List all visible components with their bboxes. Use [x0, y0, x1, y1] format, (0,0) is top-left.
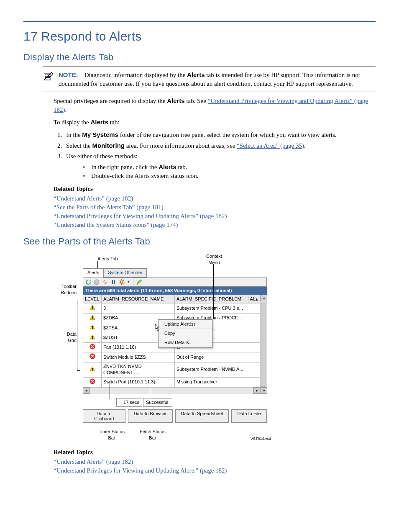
svg-rect-8 — [92, 326, 93, 328]
link-understand-privileges-2[interactable]: “Understand Privileges for Viewing and U… — [54, 213, 227, 219]
error-icon — [90, 378, 95, 384]
svg-rect-9 — [92, 328, 93, 329]
col-level[interactable]: LEVEL — [83, 295, 102, 303]
cell: Subsystem Problem - CPU 3 e... — [175, 303, 260, 313]
para-privileges: Special privileges are required to displ… — [54, 96, 376, 114]
table-row[interactable]: ZNVD-TKN-NVMD-COMPONENT:-...Subsystem Pr… — [83, 362, 260, 377]
note-label: NOTE: — [59, 71, 78, 78]
btn-data-clipboard[interactable]: Data to Clipboard — [83, 409, 125, 423]
step-1: In the My Systems folder of the navigati… — [64, 130, 376, 139]
t: tab. See — [185, 98, 208, 104]
svg-rect-2 — [114, 280, 115, 284]
link-understand-alerts-2[interactable]: “Understand Alerts” (page 182) — [54, 458, 133, 465]
t: Select the — [66, 142, 92, 149]
dropdown-arrow-icon[interactable]: ▼ — [127, 279, 130, 285]
sub-1: In the right pane, click the Alerts tab. — [83, 162, 376, 172]
callout-line — [97, 261, 98, 268]
warning-icon — [90, 324, 95, 330]
svg-point-3 — [120, 281, 123, 283]
section-display-alerts: Display the Alerts Tab — [23, 51, 376, 64]
toolbar: ▼ — [83, 278, 267, 287]
figure-alerts-tab: Alerts Tab Context Menu Toolbar Buttons … — [54, 256, 376, 444]
callout-context-menu: Context Menu — [206, 253, 222, 266]
table-row[interactable]: 3Subsystem Problem - CPU 3 e... — [83, 303, 260, 313]
top-rule — [23, 21, 376, 22]
callout-data-grid: Data Grid — [54, 331, 77, 344]
t: Monitoring — [92, 142, 124, 149]
btn-data-spreadsheet[interactable]: Data to Spreadsheet ... — [175, 409, 229, 423]
steps-list: In the My Systems folder of the navigati… — [64, 130, 376, 180]
warning-icon — [90, 334, 95, 340]
ctx-copy[interactable]: Copy — [159, 329, 212, 338]
warning-icon — [90, 304, 95, 310]
step-2: Select the Monitoring area. For more inf… — [64, 141, 376, 150]
fetch-status: Successful — [143, 398, 172, 407]
callout-line — [213, 264, 214, 319]
note-text: NOTE: Diagnostic information displayed b… — [59, 70, 376, 88]
tab-system-offender[interactable]: System Offender — [103, 268, 147, 277]
link-understand-privileges-3[interactable]: “Understand Privileges for Viewing and U… — [54, 467, 227, 474]
warning-icon — [90, 314, 95, 320]
svg-rect-10 — [92, 336, 93, 338]
grid-header-row: LEVEL ALARM_RESOURCE_NAME ALARM_SPECIFIC… — [83, 295, 260, 303]
related-topics-heading: Related Topics — [54, 185, 376, 193]
scroll-thumb[interactable] — [261, 302, 266, 387]
error-icon — [90, 344, 95, 350]
col-resource[interactable]: ALARM_RESOURCE_NAME — [102, 295, 175, 303]
link-understand-icons[interactable]: “Understand the System Status Icons” (pa… — [54, 221, 178, 228]
link-icon[interactable] — [102, 279, 108, 285]
stop-icon[interactable] — [93, 279, 100, 285]
t: In the — [66, 131, 82, 138]
gear-icon[interactable] — [118, 279, 125, 285]
scroll-down-icon[interactable]: ▾ — [261, 387, 267, 394]
svg-point-0 — [94, 280, 99, 285]
scroll-up-icon[interactable]: ▴ — [261, 295, 267, 301]
note-body-pre: Diagnostic information displayed by the — [84, 72, 187, 78]
vertical-scrollbar[interactable]: ▴ ▾ — [260, 295, 267, 394]
link-understand-alerts[interactable]: “Understand Alerts” (page 182) — [54, 195, 133, 202]
svg-rect-6 — [92, 316, 93, 318]
scroll-right-icon[interactable]: ▸ — [253, 387, 260, 394]
sub-2: Double-click the Alerts system status ic… — [83, 172, 376, 180]
t: . — [65, 106, 67, 113]
table-row[interactable]: Switch Module $ZZSOut of Range — [83, 352, 260, 362]
t: tab: — [108, 119, 119, 126]
cell: 3 — [102, 303, 175, 313]
tab-bar: Alerts System Offender — [83, 268, 267, 278]
link-select-area[interactable]: “Select an Area” (page 35) — [237, 142, 304, 149]
svg-rect-14 — [92, 368, 93, 370]
context-menu[interactable]: Update Alert(s) Copy Row Details... — [158, 319, 212, 348]
cell: Switch Port (1010.1.11.3) — [102, 377, 175, 387]
sub-methods: In the right pane, click the Alerts tab.… — [83, 162, 376, 180]
ctx-update-alerts[interactable]: Update Alert(s) — [159, 320, 212, 329]
step-3: Use either of these methods: In the righ… — [64, 152, 376, 180]
callout-bracket — [77, 300, 80, 371]
t: Alerts — [167, 97, 185, 104]
para-to-display: To display the Alerts tab: — [54, 118, 376, 127]
cell: Subsystem Problem - NVMD A... — [175, 362, 260, 377]
cell: ZNVD-TKN-NVMD-COMPONENT:-... — [102, 362, 175, 377]
sort-asc-icon: ▴ — [256, 296, 258, 301]
callout-line — [110, 382, 110, 399]
ctx-row-details[interactable]: Row Details... — [159, 338, 212, 347]
callout-timer-status: Timer Status Bar — [99, 429, 125, 442]
link-see-parts[interactable]: “See the Parts of the Alerts Tab” (page … — [54, 204, 164, 211]
pencil-icon[interactable] — [136, 279, 143, 285]
t: To display the — [54, 119, 91, 126]
col-al[interactable]: AL▴ — [248, 295, 260, 303]
col-problem[interactable]: ALARM_SPECIFIC_PROBLEM — [175, 295, 248, 303]
t: area. For more information about areas, … — [125, 142, 237, 149]
btn-data-file[interactable]: Data to File ... — [231, 409, 267, 423]
alerts-summary-bar: There are 569 total alerts (11 Errors, 5… — [83, 287, 267, 295]
btn-data-browser[interactable]: Data to Browser ... — [128, 409, 173, 423]
t: Alerts — [159, 163, 176, 170]
note-block: NOTE: Diagnostic information displayed b… — [43, 67, 376, 92]
t: folder of the navigation tree pane, sele… — [118, 131, 337, 138]
scroll-left-icon[interactable]: ◂ — [83, 387, 90, 394]
t: In the right pane, click the — [91, 164, 159, 170]
t: tab. — [176, 164, 187, 170]
tab-alerts[interactable]: Alerts — [83, 268, 104, 277]
cursor-icon — [155, 324, 161, 333]
refresh-icon[interactable] — [85, 279, 92, 285]
pause-icon[interactable] — [110, 279, 117, 285]
